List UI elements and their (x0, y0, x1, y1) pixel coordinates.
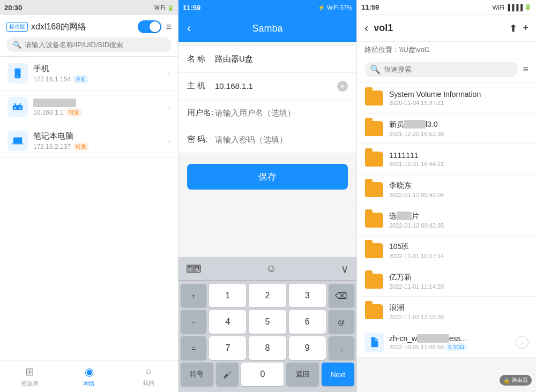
file-item-3[interactable]: 李晓东 2022-01-12 09:42:08 (357, 175, 536, 205)
search-inner[interactable]: 🔍 (364, 62, 518, 77)
key-mic[interactable]: 🎤 (216, 363, 239, 386)
watermark: 🔒 路由器 (500, 375, 532, 386)
key-5[interactable]: 5 (249, 310, 286, 334)
key-2[interactable]: 2 (249, 284, 286, 307)
folder-icon-2 (364, 149, 384, 169)
time-3: 11:59 (361, 3, 379, 11)
nav-item-resources[interactable]: ⊞ 资源库 (0, 365, 59, 388)
host-clear-button[interactable]: ✕ (337, 81, 348, 92)
file-meta-2: 2021-12-31 16:44:21 (389, 161, 528, 167)
file-meta-0: 2020-11-04 15:37:21 (389, 100, 528, 106)
folder-icon-5 (364, 241, 384, 260)
folder-icon-6 (364, 272, 384, 291)
chevron-down-icon[interactable]: ∨ (341, 262, 349, 275)
key-7[interactable]: 7 (209, 336, 246, 360)
key-next[interactable]: Next (322, 363, 354, 386)
nav-item-network[interactable]: ◉ 网络 (59, 365, 119, 388)
keyboard-icon[interactable]: ⌨ (186, 262, 202, 275)
file-item-6[interactable]: 亿万新 2022-11-01 11:14:20 (357, 266, 536, 297)
file-item-5[interactable]: 105班 2022-11-01 10:27:14 (357, 236, 536, 266)
network-toggle[interactable] (138, 20, 161, 33)
key-plus[interactable]: + (181, 284, 206, 307)
key-return[interactable]: 返回 (286, 363, 319, 386)
file-item-2[interactable]: 1111111 2021-12-31 16:44:21 (357, 144, 536, 175)
svg-rect-7 (13, 138, 23, 144)
device-name-laptop: 笔记本电脑 (33, 131, 168, 141)
status-icons-3: WiFi ▐▐▐▐ 🔋 (493, 4, 532, 11)
form-label-password: 密 码: (187, 134, 215, 145)
key-6[interactable]: 6 (289, 310, 326, 334)
file-options-button[interactable]: ○ (516, 336, 528, 349)
files-search-input[interactable] (384, 65, 513, 73)
key-symbol[interactable]: 符号 (181, 363, 213, 386)
key-dot[interactable]: . (329, 336, 354, 360)
files-search-bar[interactable]: 🔍 ≡ (357, 58, 536, 83)
network-title-left: 标准版 xdxl168的网络 (6, 21, 86, 33)
file-meta-6: 2022-11-01 11:14:20 (389, 283, 528, 290)
form-row-host: 主 机 ✕ (178, 73, 356, 100)
samba-back-button[interactable]: ‹ (187, 21, 191, 35)
device-item-router[interactable]: ██████ 10.168.1.1 转发 › (0, 91, 178, 124)
file-info-1: 新员████l3.0 2021-12-20 16:52:38 (389, 120, 528, 137)
tag-relay-router: 转发 (66, 108, 82, 117)
nav-item-mine[interactable]: ○ 我的 (118, 365, 178, 387)
file-name-5: 105班 (389, 242, 528, 252)
file-info-4: 选██片 2022-01-12 09:42:35 (389, 212, 528, 229)
key-delete[interactable]: ⌫ (329, 284, 354, 307)
file-item-0[interactable]: System Volume Information 2020-11-04 15:… (357, 83, 536, 114)
wifi-icon: WiFi (154, 5, 165, 11)
form-label-username: 用户名: (187, 108, 215, 118)
file-info-7: 浪潮 2022-11-02 12:10:39 (389, 303, 528, 320)
file-meta-5: 2022-11-01 10:27:14 (389, 253, 528, 259)
bottom-nav: ⊞ 资源库 ◉ 网络 ○ 我的 (0, 360, 178, 392)
status-bar-1: 20:30 WiFi 🔋 (0, 0, 178, 15)
key-equals[interactable]: = (181, 336, 206, 360)
device-ip-laptop: 172.16.2.137 转发 (33, 142, 168, 151)
key-4[interactable]: 4 (209, 310, 246, 334)
emoji-icon[interactable]: ☺ (266, 262, 277, 275)
device-ip-phone: 172.16.1.154 本机 (33, 75, 168, 84)
key-0[interactable]: 0 (241, 363, 284, 386)
key-at[interactable]: @ (329, 310, 354, 334)
key-9[interactable]: 9 (289, 336, 326, 360)
network-header: 标准版 xdxl168的网络 ≡ 🔍 (0, 15, 178, 57)
add-icon[interactable]: + (523, 22, 528, 34)
device-item-laptop[interactable]: 笔记本电脑 172.16.2.137 转发 › (0, 124, 178, 158)
file-name-0: System Volume Information (389, 90, 528, 99)
file-item-4[interactable]: 选██片 2022-01-12 09:42:35 (357, 205, 536, 236)
upload-icon[interactable]: ⬆ (509, 22, 517, 34)
kb-row-4: 符号 🎤 0 返回 Next (181, 363, 354, 386)
keyboard-toolbar: ⌨ ☺ ∨ (178, 257, 356, 281)
key-8[interactable]: 8 (249, 336, 286, 360)
file-info-5: 105班 2022-11-01 10:27:14 (389, 242, 528, 259)
time-2: 11:59 (183, 4, 200, 12)
status-bar-2: 11:59 ⚡ WiFi 57% (178, 0, 356, 15)
list-view-icon[interactable]: ≡ (523, 64, 528, 75)
password-input[interactable] (215, 135, 348, 144)
device-name-phone: 手机 (33, 64, 168, 74)
file-item-8[interactable]: zh-cn_w██████ess... 2022-10-05 11:48:59 … (357, 327, 536, 358)
key-minus[interactable]: - (181, 310, 206, 334)
file-item-1[interactable]: 新员████l3.0 2021-12-20 16:52:38 (357, 114, 536, 144)
files-topbar: ‹ vol1 ⬆ + (357, 15, 536, 42)
device-ip-router: 10.168.1.1 转发 (33, 108, 168, 117)
host-input[interactable] (215, 81, 337, 91)
network-search-bar[interactable]: 🔍 (6, 37, 172, 52)
save-button[interactable]: 保存 (187, 164, 348, 190)
key-3[interactable]: 3 (289, 284, 326, 307)
device-item-phone[interactable]: 手机 172.16.1.154 本机 › (0, 57, 178, 91)
wifi-icon-3: WiFi (493, 4, 504, 11)
key-1[interactable]: 1 (209, 284, 246, 307)
files-back-button[interactable]: ‹ (364, 21, 368, 35)
file-name-4: 选██片 (389, 212, 528, 221)
username-input[interactable] (215, 108, 348, 117)
menu-icon[interactable]: ≡ (166, 21, 172, 33)
network-title-row: 标准版 xdxl168的网络 ≡ (6, 20, 172, 33)
device-list: 手机 172.16.1.154 本机 › ██████ 10.168.1.1 转… (0, 57, 178, 360)
form-label-host: 主 机 (187, 81, 215, 91)
file-item-7[interactable]: 浪潮 2022-11-02 12:10:39 (357, 297, 536, 327)
device-info-router: ██████ 10.168.1.1 转发 (33, 98, 168, 117)
battery-icon-3: 🔋 (524, 4, 532, 11)
file-info-8: zh-cn_w██████ess... 2022-10-05 11:48:59 … (389, 334, 516, 350)
network-search-input[interactable] (25, 41, 165, 49)
